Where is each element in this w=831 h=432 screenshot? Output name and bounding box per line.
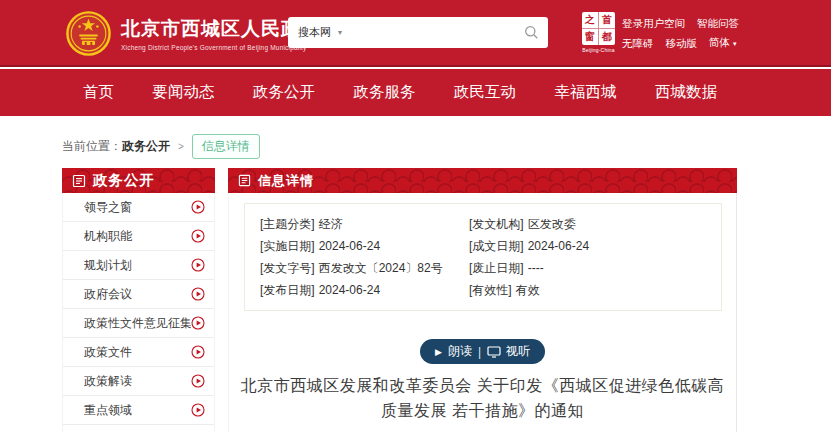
sidebar-item-key-work[interactable]: 重点工作 — [63, 425, 214, 432]
document-metadata: [主题分类]经济 [实施日期]2024-06-24 [发文字号]西发改文〔202… — [244, 203, 722, 311]
capital-window-logo[interactable]: 之 首 窗 都 Beijing-China — [582, 12, 615, 53]
meta-publish-date: [发布日期]2024-06-24 — [260, 279, 469, 301]
play-circle-icon — [191, 374, 205, 388]
sidebar-item-policy-interpretation[interactable]: 政策解读 — [63, 367, 214, 396]
read-aloud-label: 朗读 — [448, 343, 472, 360]
page: 北京市西城区人民政府 Xicheng District People's Gov… — [0, 0, 831, 432]
national-emblem-icon — [66, 11, 111, 56]
nav-item-interaction[interactable]: 政民互动 — [454, 82, 516, 103]
media-actions: ▶ 朗读 | 视听 — [229, 339, 736, 364]
search-icon[interactable] — [524, 25, 539, 40]
play-icon: ▶ — [435, 347, 442, 357]
nav-item-happy-xicheng[interactable]: 幸福西城 — [555, 82, 617, 103]
video-label: 视听 — [506, 343, 530, 360]
meta-doc-number: [发文字号]西发改文〔2024〕82号 — [260, 257, 469, 279]
pill-divider: | — [478, 345, 481, 359]
chevron-down-icon: ▾ — [338, 28, 342, 37]
sidebar-item-functions[interactable]: 机构职能 — [63, 222, 214, 251]
cw-char: 之 — [582, 12, 599, 29]
breadcrumb-current-tag: 信息详情 — [192, 134, 260, 159]
sidebar-item-key-areas[interactable]: 重点领域 — [63, 396, 214, 425]
meta-validity: [有效性]有效 — [469, 279, 706, 301]
mobile-version-link[interactable]: 移动版 — [666, 34, 698, 53]
site-header: 北京市西城区人民政府 Xicheng District People's Gov… — [0, 0, 831, 67]
cw-char: 窗 — [582, 29, 599, 46]
detail-panel-title: 信息详情 — [258, 172, 314, 190]
sidebar-item-plans[interactable]: 规划计划 — [63, 251, 214, 280]
language-dropdown[interactable]: 简体▾ — [709, 33, 737, 53]
nav-item-gov-info[interactable]: 政务公开 — [253, 82, 315, 103]
cw-char: 首 — [599, 12, 616, 29]
sidebar-item-policy-docs[interactable]: 政策文件 — [63, 338, 214, 367]
document-icon — [72, 174, 86, 188]
meta-topic: [主题分类]经济 — [260, 213, 469, 235]
sidebar-item-leaders[interactable]: 领导之窗 — [63, 193, 214, 222]
play-circle-icon — [191, 200, 205, 214]
main-nav: 首页 要闻动态 政务公开 政务服务 政民互动 幸福西城 西城数据 — [0, 69, 831, 116]
search-input[interactable] — [350, 17, 524, 48]
meta-effective-date: [实施日期]2024-06-24 — [260, 235, 469, 257]
search-bar: 搜本网 ▾ — [288, 17, 548, 48]
meta-repeal-date: [废止日期]---- — [469, 257, 706, 279]
nav-item-gov-services[interactable]: 政务服务 — [354, 82, 416, 103]
metadata-left-column: [主题分类]经济 [实施日期]2024-06-24 [发文字号]西发改文〔202… — [260, 213, 469, 301]
search-scope-dropdown[interactable]: 搜本网 ▾ — [288, 25, 350, 40]
capital-window-box: 之 首 窗 都 — [582, 12, 615, 45]
login-link[interactable]: 登录用户空间 — [622, 14, 685, 33]
header-links: 登录用户空间 智能问答 无障碍 移动版 简体▾ — [622, 14, 812, 53]
detail-panel: [主题分类]经济 [实施日期]2024-06-24 [发文字号]西发改文〔202… — [228, 193, 737, 432]
metadata-right-column: [发文机构]区发改委 [成文日期]2024-06-24 [废止日期]---- [… — [469, 213, 706, 301]
breadcrumb-parent-link[interactable]: 政务公开 — [122, 138, 170, 155]
play-circle-icon — [191, 403, 205, 417]
document-icon — [238, 174, 251, 187]
cw-char: 都 — [599, 29, 616, 46]
sidebar-title: 政务公开 — [93, 171, 155, 190]
search-scope-label: 搜本网 — [298, 25, 331, 40]
breadcrumb: 当前位置： 政务公开 > 信息详情 — [62, 134, 260, 159]
play-circle-icon — [191, 287, 205, 301]
meta-written-date: [成文日期]2024-06-24 — [469, 235, 706, 257]
read-aloud-pill: ▶ 朗读 | 视听 — [420, 339, 545, 364]
accessibility-link[interactable]: 无障碍 — [622, 34, 654, 53]
nav-item-home[interactable]: 首页 — [83, 82, 114, 103]
play-circle-icon — [191, 258, 205, 272]
breadcrumb-separator: > — [178, 141, 184, 152]
monitor-icon — [487, 346, 501, 358]
play-circle-icon — [191, 229, 205, 243]
read-aloud-button[interactable]: ▶ 朗读 — [435, 343, 472, 360]
play-circle-icon — [191, 345, 205, 359]
capital-window-caption: Beijing-China — [582, 47, 615, 53]
sidebar-item-meetings[interactable]: 政府会议 — [63, 280, 214, 309]
language-label: 简体 — [709, 36, 730, 48]
sidebar-header: 政务公开 — [62, 168, 215, 193]
sidebar: 政务公开 领导之窗 机构职能 规划计划 政府会议 政策性文件意见征集 — [62, 168, 215, 432]
nav-item-news[interactable]: 要闻动态 — [153, 82, 215, 103]
main-content: 信息详情 [主题分类]经济 [实施日期]2024-06-24 [发文字号]西发改… — [228, 168, 737, 432]
sidebar-item-policy-feedback[interactable]: 政策性文件意见征集 — [63, 309, 214, 338]
breadcrumb-label: 当前位置： — [62, 138, 122, 155]
smart-qa-link[interactable]: 智能问答 — [697, 14, 739, 33]
chevron-down-icon: ▾ — [733, 40, 737, 47]
sidebar-list: 领导之窗 机构职能 规划计划 政府会议 政策性文件意见征集 政策文件 — [62, 193, 215, 432]
site-logo-link[interactable]: 北京市西城区人民政府 Xicheng District People's Gov… — [66, 11, 321, 56]
detail-panel-header: 信息详情 — [228, 168, 737, 193]
nav-item-xicheng-data[interactable]: 西城数据 — [655, 82, 717, 103]
meta-issuing-agency: [发文机构]区发改委 — [469, 213, 706, 235]
play-circle-icon — [191, 316, 205, 330]
video-button[interactable]: 视听 — [487, 343, 530, 360]
article-title: 北京市西城区发展和改革委员会 关于印发《西城区促进绿色低碳高质量发展 若干措施》… — [237, 373, 729, 423]
